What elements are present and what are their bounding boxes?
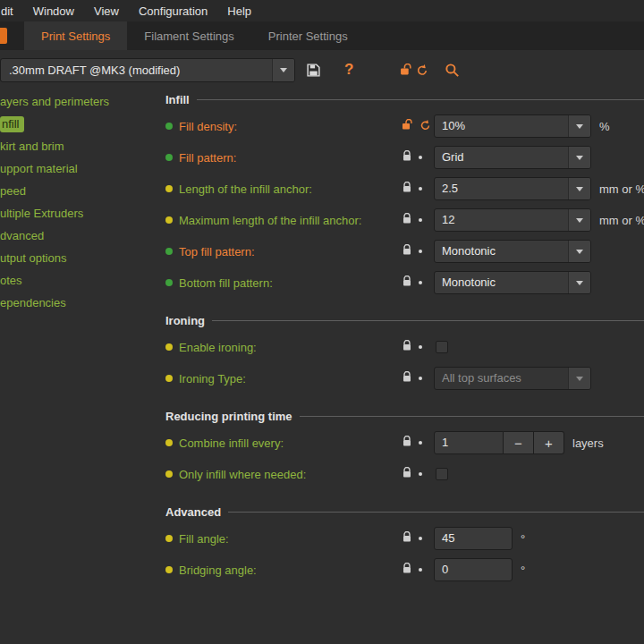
setting-row-fill-angle: Fill angle: 45 °: [165, 527, 644, 550]
setting-label: Maximum length of the infill anchor:: [179, 214, 361, 227]
setting-row-only-infill-where-needed: Only infill where needed:: [165, 462, 644, 486]
menu-edit[interactable]: dit: [0, 4, 23, 18]
undo-icon[interactable]: [419, 119, 431, 133]
lock-icon[interactable]: [402, 371, 412, 386]
save-preset-icon[interactable]: [306, 63, 321, 78]
chevron-down-icon[interactable]: [568, 241, 590, 262]
section-advanced: Advanced Fill angle: 45 ° Bridging angle…: [165, 501, 644, 581]
reset-dot-icon[interactable]: [419, 250, 422, 253]
lock-icon[interactable]: [402, 340, 412, 354]
unlock-icon[interactable]: [400, 64, 412, 76]
bottom-fill-pattern-combo[interactable]: Monotonic: [434, 271, 591, 294]
reset-dot-icon[interactable]: [419, 568, 422, 572]
sidebar-item-multiple-extruders[interactable]: ultiple Extruders: [0, 202, 161, 225]
settings-tabbar: Print Settings Filament Settings Printer…: [0, 21, 644, 50]
mode-bullet-icon: [165, 248, 173, 255]
sidebar-item-infill[interactable]: nfill: [0, 113, 161, 135]
reset-dot-icon[interactable]: [419, 345, 422, 349]
sidebar-item-speed[interactable]: peed: [0, 180, 161, 202]
mode-bullet-icon: [165, 375, 173, 382]
sidebar-item-notes[interactable]: otes: [0, 269, 161, 292]
enable-ironing-checkbox[interactable]: [436, 341, 448, 353]
chevron-down-icon: [568, 368, 590, 389]
section-title: Reducing printing time: [165, 405, 644, 427]
lock-icon[interactable]: [402, 150, 412, 165]
reset-dot-icon[interactable]: [419, 218, 422, 222]
lock-icon[interactable]: [402, 244, 412, 258]
settings-panel: Infill Fill density: 10% % Fill pattern:…: [165, 89, 644, 597]
chevron-down-icon[interactable]: [272, 59, 294, 81]
tab-print-settings[interactable]: Print Settings: [24, 21, 127, 50]
lock-icon[interactable]: [402, 467, 412, 481]
cut-tab-fragment[interactable]: [0, 28, 7, 44]
setting-label: Enable ironing:: [179, 341, 257, 354]
menu-window[interactable]: Window: [23, 4, 84, 18]
chevron-down-icon[interactable]: [568, 272, 590, 293]
mode-bullet-icon: [165, 566, 173, 573]
lock-icon[interactable]: [402, 275, 412, 290]
undo-icon[interactable]: [416, 64, 428, 76]
infill-anchor-max-length-combo[interactable]: 12: [434, 208, 591, 232]
section-divider: [212, 320, 644, 321]
selected-highlight: nfill: [0, 116, 24, 132]
spin-increment-button[interactable]: +: [534, 431, 564, 454]
reset-dot-icon[interactable]: [419, 156, 422, 159]
setting-row-top-fill-pattern: Top fill pattern: Monotonic: [165, 240, 644, 263]
menu-view[interactable]: View: [84, 4, 129, 18]
sidebar-item-layers-and-perimeters[interactable]: ayers and perimeters: [0, 90, 161, 113]
help-icon[interactable]: ?: [344, 61, 353, 79]
mode-bullet-icon: [165, 154, 173, 161]
reset-dot-icon[interactable]: [419, 472, 422, 476]
chevron-down-icon[interactable]: [568, 178, 590, 199]
sidebar-item-dependencies[interactable]: ependencies: [0, 292, 161, 314]
setting-label: Bridging angle:: [179, 564, 257, 577]
setting-row-bridging-angle: Bridging angle: 0 °: [165, 558, 644, 581]
lock-icon[interactable]: [402, 531, 412, 546]
section-reducing-printing-time: Reducing printing time Combine infill ev…: [165, 405, 644, 486]
chevron-down-icon[interactable]: [568, 147, 590, 168]
setting-row-bottom-fill-pattern: Bottom fill pattern: Monotonic: [165, 271, 644, 294]
tab-printer-settings[interactable]: Printer Settings: [251, 21, 365, 50]
tab-filament-settings[interactable]: Filament Settings: [127, 21, 250, 50]
top-fill-pattern-combo[interactable]: Monotonic: [434, 240, 591, 263]
section-title: Infill: [165, 89, 644, 110]
reset-dot-icon[interactable]: [419, 377, 422, 380]
spin-decrement-button[interactable]: −: [504, 431, 534, 454]
reset-dot-icon[interactable]: [419, 187, 422, 191]
menu-configuration[interactable]: Configuration: [129, 4, 217, 18]
setting-label: Only infill where needed:: [179, 468, 306, 481]
fill-density-combo[interactable]: 10%: [434, 114, 591, 138]
chevron-down-icon[interactable]: [568, 209, 590, 231]
search-icon[interactable]: [445, 63, 460, 78]
fill-angle-input[interactable]: 45: [434, 527, 513, 550]
lock-icon[interactable]: [402, 182, 412, 196]
setting-row-ironing-type: Ironing Type: All top surfaces: [165, 367, 644, 390]
sidebar-item-support-material[interactable]: upport material: [0, 157, 161, 180]
chevron-down-icon[interactable]: [568, 115, 590, 137]
sidebar-item-skirt-and-brim[interactable]: kirt and brim: [0, 135, 161, 157]
fill-pattern-combo[interactable]: Grid: [434, 146, 591, 169]
unit-label: °: [521, 564, 525, 577]
lock-icon[interactable]: [402, 213, 412, 227]
combine-infill-spin-input[interactable]: 1: [434, 431, 504, 454]
reset-dot-icon[interactable]: [419, 281, 422, 284]
section-title: Ironing: [165, 309, 644, 331]
bridging-angle-input[interactable]: 0: [434, 558, 513, 581]
reset-dot-icon[interactable]: [419, 441, 422, 445]
sidebar-item-advanced[interactable]: dvanced: [0, 225, 161, 247]
unlock-icon[interactable]: [402, 119, 413, 133]
infill-anchor-length-combo[interactable]: 2.5: [434, 177, 591, 200]
ironing-type-combo: All top surfaces: [434, 367, 591, 390]
reset-dot-icon[interactable]: [419, 537, 422, 540]
setting-label: Fill pattern:: [179, 151, 236, 165]
setting-row-enable-ironing: Enable ironing:: [165, 335, 644, 359]
lock-icon[interactable]: [402, 436, 412, 450]
only-infill-where-needed-checkbox[interactable]: [436, 468, 448, 480]
mode-bullet-icon: [165, 470, 173, 478]
preset-select[interactable]: .30mm DRAFT @MK3 (modified): [0, 58, 295, 82]
lock-icon[interactable]: [402, 563, 412, 577]
sidebar-item-output-options[interactable]: utput options: [0, 247, 161, 269]
section-divider: [228, 512, 644, 513]
menu-help[interactable]: Help: [217, 4, 261, 18]
menubar: dit Window View Configuration Help: [0, 0, 644, 21]
